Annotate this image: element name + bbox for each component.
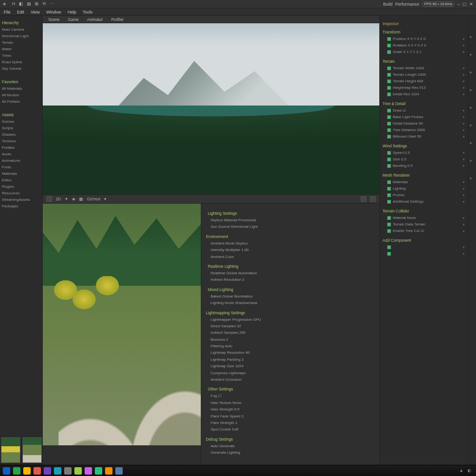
titlebar-item[interactable]: ⟲	[42, 1, 46, 7]
maximize-viewport-icon[interactable]	[370, 196, 376, 202]
secondary-viewport[interactable]	[43, 204, 201, 445]
taskbar-app[interactable]	[95, 467, 102, 475]
collapse-icon[interactable]: ▸	[470, 176, 475, 180]
titlebar-item[interactable]: ◧	[19, 1, 23, 7]
tool-more[interactable]: ▾	[104, 197, 106, 201]
property-row[interactable]: Realtime Global Illumination	[206, 270, 375, 277]
assets-item[interactable]: Scripts	[2, 125, 40, 132]
inspector-row[interactable]: Heightmap Res 513▸	[383, 85, 465, 91]
taskbar-app[interactable]	[33, 467, 41, 475]
property-row[interactable]: Indirect Samples 256	[206, 330, 375, 336]
hierarchy-item[interactable]: Directional Light	[2, 33, 40, 40]
section-header[interactable]: Lightmapping Settings	[206, 311, 375, 315]
menu-view[interactable]: View	[31, 10, 40, 14]
tab-scene[interactable]: Scene	[46, 17, 61, 22]
assets-item[interactable]: Plugins	[2, 184, 40, 190]
tab-game[interactable]: Game	[66, 17, 80, 22]
inspector-section-header[interactable]: Terrain Collider	[383, 209, 465, 213]
inspector-row[interactable]: Tree Distance 2000▸	[383, 127, 465, 133]
tool-2d[interactable]: 2D	[56, 197, 61, 201]
property-row[interactable]: Fog ☐	[206, 393, 375, 399]
inspector-header[interactable]: Inspector	[383, 21, 465, 26]
inspector-row[interactable]: Scale X 1 Y 1 Z 1▸	[383, 49, 465, 55]
collapse-icon[interactable]: ▸	[470, 105, 475, 110]
inspector-row[interactable]: Size 0.5▸	[383, 156, 465, 163]
hierarchy-item[interactable]: Road Spline	[2, 59, 40, 66]
property-row[interactable]: Direct Samples 32	[206, 323, 375, 330]
tab-profiler[interactable]: Profiler	[109, 17, 126, 22]
assets-item[interactable]: Audio	[2, 151, 40, 158]
property-row[interactable]: Lightmap Resolution 40	[206, 350, 375, 356]
favorites-item[interactable]: All Materials	[2, 86, 40, 92]
menu-edit[interactable]: Edit	[17, 10, 25, 14]
assets-item[interactable]: Editor	[2, 177, 40, 184]
taskbar-app[interactable]	[13, 467, 20, 475]
minimize-icon[interactable]: –	[457, 2, 460, 7]
hierarchy-item[interactable]: Water	[2, 46, 40, 53]
assets-item[interactable]: Scenes	[2, 119, 40, 125]
assets-item[interactable]: Materials	[2, 171, 40, 177]
inspector-row[interactable]: Material None▸	[383, 215, 465, 221]
inspector-row[interactable]: Billboard Start 50▸	[383, 133, 465, 140]
inspector-row[interactable]: Additional Settings▸	[383, 198, 465, 205]
close-icon[interactable]: ✕	[469, 2, 473, 7]
property-row[interactable]: Spot Cookie Soft	[206, 426, 375, 433]
property-row[interactable]: Lighting Mode Shadowmask	[206, 300, 375, 306]
property-row[interactable]: Lightmapper Progressive GPU	[206, 317, 375, 323]
property-row[interactable]: Flare Strength 1	[206, 420, 375, 426]
menu-help[interactable]: Help	[67, 10, 76, 14]
taskbar-app[interactable]	[3, 467, 10, 475]
left-header-hierarchy[interactable]: Hierarchy	[2, 20, 40, 25]
property-row[interactable]: Halo Texture None	[206, 400, 375, 406]
inspector-row[interactable]: Lighting▸	[383, 185, 465, 192]
titlebar-item[interactable]: ⊞	[35, 1, 39, 7]
taskbar-app[interactable]	[44, 467, 51, 475]
inspector-row[interactable]: Enable Tree Col ☑▸	[383, 228, 465, 234]
section-header[interactable]: Realtime Lighting	[206, 264, 375, 269]
property-row[interactable]: Indirect Resolution 2	[206, 277, 375, 283]
collapse-icon[interactable]: ▸	[470, 158, 475, 163]
tool-icon[interactable]: ✦	[65, 197, 68, 201]
inspector-row[interactable]: Terrain Length 1000▸	[383, 72, 465, 78]
property-row[interactable]: Lightmap Size 1024	[206, 363, 375, 370]
section-header[interactable]: Mixed Lighting	[206, 287, 375, 292]
inspector-section-header[interactable]: Terrain	[383, 59, 465, 64]
tool-icon[interactable]: ◈	[72, 197, 75, 201]
taskbar-app[interactable]	[23, 467, 31, 475]
property-row[interactable]: Baked Global Illumination	[206, 293, 375, 300]
favorites-item[interactable]: All Prefabs	[2, 99, 40, 105]
inspector-row[interactable]: Rotation X 0 Y 0 Z 0▸	[383, 42, 465, 49]
assets-item[interactable]: Animations	[2, 158, 40, 164]
section-header[interactable]: Environment	[206, 234, 375, 239]
collapse-icon[interactable]: ▸	[470, 140, 475, 145]
tool-gizmos[interactable]: Gizmos	[87, 197, 100, 201]
collapse-icon[interactable]: ▸	[470, 87, 475, 92]
maximize-icon[interactable]: ▢	[463, 2, 467, 7]
property-row[interactable]: Flare Fade Speed 3	[206, 413, 375, 420]
titlebar-item[interactable]: ▤	[27, 1, 31, 7]
tool-icon[interactable]	[46, 196, 52, 202]
property-row[interactable]: Generate Lighting	[206, 450, 375, 456]
inspector-section-header[interactable]: Add Component	[383, 238, 465, 243]
taskbar-app[interactable]	[105, 467, 112, 475]
inspector-row[interactable]: Terrain Data Terrain▸	[383, 221, 465, 228]
inspector-row[interactable]: Terrain Width 1000▸	[383, 65, 465, 72]
taskbar-app[interactable]	[115, 467, 123, 475]
inspector-row[interactable]: Detail Distance 80▸	[383, 120, 465, 127]
favorites-item[interactable]: All Models	[2, 92, 40, 99]
inspector-row[interactable]: Bending 0.5▸	[383, 163, 465, 169]
hierarchy-item[interactable]: Terrain	[2, 40, 40, 46]
tray-icon[interactable]: ▲	[459, 468, 465, 474]
property-row[interactable]: Bounces 2	[206, 337, 375, 343]
property-row[interactable]: Halo Strength 0.5	[206, 406, 375, 413]
inspector-row[interactable]: Draw ☑▸	[383, 107, 465, 114]
inspector-row[interactable]: Terrain Height 600▸	[383, 78, 465, 85]
left-header-assets[interactable]: Assets	[2, 112, 40, 117]
property-row[interactable]: Intensity Multiplier 1.00	[206, 247, 375, 253]
titlebar-item[interactable]: H	[12, 1, 15, 7]
assets-item[interactable]: Prefabs	[2, 145, 40, 151]
inspector-row[interactable]: Materials▸	[383, 179, 465, 185]
property-row[interactable]: Filtering Auto	[206, 343, 375, 350]
assets-item[interactable]: Shaders	[2, 132, 40, 138]
property-row[interactable]: Sun Source Directional Light	[206, 224, 375, 230]
